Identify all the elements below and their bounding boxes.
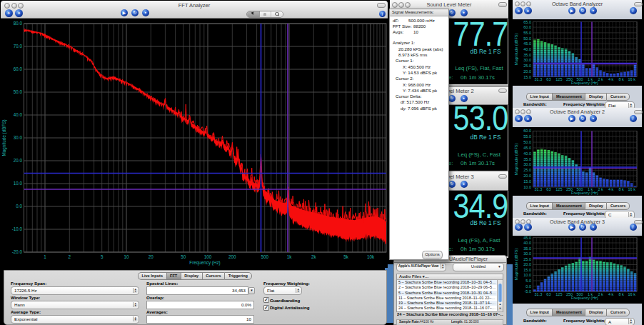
svg-text:2 k: 2 k [598, 187, 603, 191]
svg-text:63: 63 [546, 77, 550, 81]
svg-text:35.0: 35.0 [523, 53, 531, 57]
svg-text:Magnitude (dBFS): Magnitude (dBFS) [514, 249, 518, 281]
svg-text:31.3: 31.3 [535, 187, 543, 191]
svg-text:-5.0: -5.0 [525, 289, 531, 294]
svg-text:16 k: 16 k [628, 292, 635, 296]
svg-text:50.0: 50.0 [523, 140, 531, 144]
svg-text:16 k: 16 k [628, 77, 635, 81]
svg-text:10.0: 10.0 [523, 273, 531, 277]
svg-text:4 k: 4 k [608, 77, 614, 81]
svg-text:4 k: 4 k [608, 187, 614, 191]
svg-text:2 k: 2 k [598, 292, 603, 296]
svg-text:40.0: 40.0 [523, 47, 531, 51]
svg-text:125: 125 [555, 292, 562, 296]
svg-text:Frequency (Hz): Frequency (Hz) [571, 191, 598, 195]
svg-text:25.0: 25.0 [523, 257, 531, 261]
svg-text:15.0: 15.0 [523, 75, 531, 79]
svg-text:65.0: 65.0 [523, 20, 531, 24]
svg-text:2 k: 2 k [598, 77, 603, 81]
svg-text:10.0: 10.0 [523, 185, 531, 189]
svg-text:8 k: 8 k [619, 292, 625, 296]
svg-text:Frequency (Hz): Frequency (Hz) [571, 296, 598, 300]
svg-text:63: 63 [546, 292, 550, 296]
svg-text:Frequency (Hz): Frequency (Hz) [571, 81, 598, 85]
svg-text:31.3: 31.3 [535, 292, 543, 296]
svg-text:20.0: 20.0 [523, 69, 531, 74]
svg-text:40.0: 40.0 [523, 241, 531, 245]
svg-text:4 k: 4 k [608, 292, 614, 296]
svg-text:60.0: 60.0 [523, 25, 531, 29]
svg-text:55.0: 55.0 [523, 134, 531, 139]
svg-text:15.0: 15.0 [523, 179, 531, 184]
svg-text:45.0: 45.0 [523, 41, 531, 46]
svg-text:8 k: 8 k [619, 187, 625, 191]
svg-text:55.0: 55.0 [523, 31, 531, 35]
svg-text:Magnitude (dBFS): Magnitude (dBFS) [514, 34, 518, 66]
svg-text:30.0: 30.0 [523, 251, 531, 256]
svg-text:30.0: 30.0 [523, 162, 531, 166]
svg-text:30.0: 30.0 [523, 58, 531, 62]
svg-text:40.0: 40.0 [523, 151, 531, 156]
svg-text:0.0: 0.0 [525, 284, 531, 289]
svg-text:16 k: 16 k [628, 187, 635, 191]
svg-text:125: 125 [555, 77, 562, 81]
svg-text:15.0: 15.0 [523, 268, 531, 272]
svg-text:8 k: 8 k [619, 77, 625, 81]
svg-text:35.0: 35.0 [523, 157, 531, 161]
svg-text:63: 63 [546, 187, 550, 191]
svg-text:50.0: 50.0 [523, 36, 531, 41]
svg-text:31.3: 31.3 [535, 77, 543, 81]
svg-text:25.0: 25.0 [523, 64, 531, 68]
svg-text:25.0: 25.0 [523, 168, 531, 172]
svg-text:35.0: 35.0 [523, 246, 531, 251]
svg-text:20.0: 20.0 [523, 262, 531, 266]
svg-text:Magnitude (dBFS): Magnitude (dBFS) [514, 144, 518, 176]
svg-text:5.0: 5.0 [525, 279, 531, 283]
svg-text:125: 125 [555, 187, 562, 191]
svg-text:20.0: 20.0 [523, 174, 531, 178]
svg-text:45.0: 45.0 [523, 236, 531, 240]
svg-text:60.0: 60.0 [523, 129, 531, 133]
svg-text:45.0: 45.0 [523, 146, 531, 150]
